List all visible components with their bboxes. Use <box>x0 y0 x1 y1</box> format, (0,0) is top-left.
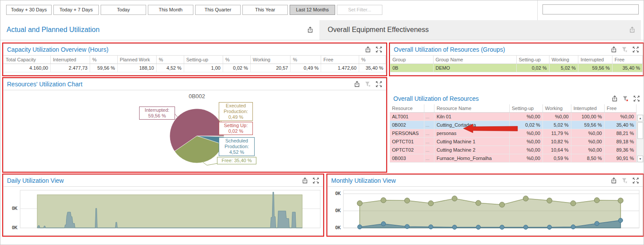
resource-row-0B003[interactable]: 0B003...Furnace_Horno_Fornalha%0,000,59 … <box>390 154 637 163</box>
capacity-values-row[interactable]: 4.160,002.477,7359,56 %188,104,52 %1,000… <box>4 64 386 72</box>
resource-row-PERSONAS[interactable]: PERSONAS...personas%0,0011,79 %%0,0088,2… <box>390 129 637 138</box>
maximize-icon[interactable] <box>633 95 640 102</box>
column-header[interactable]: % <box>90 56 117 64</box>
monthly-working-point[interactable] <box>429 225 433 229</box>
scroll-down-icon[interactable]: ▼ <box>637 156 643 162</box>
column-header[interactable]: Setting-up <box>184 56 223 64</box>
monthly-capacity-point[interactable] <box>547 198 552 203</box>
maximize-icon[interactable] <box>375 46 382 53</box>
monthly-working-point[interactable] <box>357 225 362 229</box>
column-header[interactable]: % <box>290 56 321 64</box>
toolbar-button-this-quarter[interactable]: This Quarter <box>195 5 241 15</box>
toolbar-button-this-month[interactable]: This Month <box>148 5 193 15</box>
pie-chart[interactable]: 0B002 Interrupted: 59,56 %Executed Produ… <box>4 90 386 172</box>
column-header[interactable]: Group Name <box>433 56 516 64</box>
monthly-capacity-point[interactable] <box>381 198 386 203</box>
column-header[interactable]: % <box>156 56 184 64</box>
column-header[interactable]: % <box>359 56 385 64</box>
column-header[interactable]: Planned Work <box>117 56 156 64</box>
monthly-capacity-point[interactable] <box>570 201 576 206</box>
column-header[interactable]: Working <box>542 104 571 113</box>
toolbar-button-set-filter[interactable]: Set Filter... <box>337 5 382 15</box>
daily-utilization-chart[interactable]: 0K0K <box>4 187 323 235</box>
monthly-utilization-chart[interactable]: 0K0K0K <box>328 187 643 235</box>
monthly-capacity-series[interactable] <box>360 199 620 228</box>
monthly-capacity-point[interactable] <box>476 200 481 206</box>
filter-clear-icon[interactable] <box>621 46 628 53</box>
date-range-dropdown[interactable] <box>542 4 639 14</box>
export-icon[interactable] <box>301 177 308 184</box>
toolbar-button-today[interactable]: Today <box>101 5 146 15</box>
resource-row-0B002[interactable]: 0B002...Cutting_Cortadora0,02 %5,02 %59,… <box>390 121 637 129</box>
toolbar-button-last-12-months[interactable]: Last 12 Months <box>290 5 335 15</box>
monthly-working-point[interactable] <box>500 225 504 229</box>
pie-chart-svg[interactable] <box>4 90 386 172</box>
export-icon[interactable] <box>364 46 371 53</box>
monthly-working-point[interactable] <box>476 225 480 229</box>
maximize-icon[interactable] <box>632 177 639 184</box>
filter-clear-icon[interactable] <box>621 177 628 184</box>
groups-table: GroupGroup NameSetting-upWorkingInterrup… <box>390 56 643 72</box>
export-icon[interactable] <box>610 177 617 184</box>
monthly-working-point[interactable] <box>452 225 457 229</box>
monthly-capacity-point[interactable] <box>452 196 457 201</box>
group-row-0B[interactable]: 0BDEMO0,02 %5,02 %59,56 %35,40 % <box>390 64 643 72</box>
column-header[interactable]: Resource Name <box>434 104 509 113</box>
column-header[interactable]: Resource <box>390 104 424 113</box>
monthly-working-point[interactable] <box>381 222 385 226</box>
vertical-scrollbar[interactable]: ▲ ▼ <box>637 114 644 163</box>
cell: 59,56 % <box>90 64 117 72</box>
monthly-capacity-point[interactable] <box>594 198 599 203</box>
monthly-capacity-point[interactable] <box>428 201 434 206</box>
daily-capacity-band[interactable] <box>37 195 302 228</box>
filter-clear-icon[interactable] <box>364 81 371 88</box>
export-icon[interactable] <box>629 26 636 33</box>
toolbar-button-this-year[interactable]: This Year <box>242 5 288 15</box>
column-header[interactable]: Interrupted <box>50 56 90 64</box>
column-header[interactable] <box>424 104 434 113</box>
cell: 88,21 % <box>604 129 636 138</box>
monthly-working-point[interactable] <box>547 225 552 229</box>
export-icon[interactable] <box>611 95 618 102</box>
column-header[interactable]: Interrupted <box>578 56 612 64</box>
column-header[interactable]: Free <box>604 104 636 113</box>
filter-clear-icon[interactable] <box>622 95 629 102</box>
toolbar-button-today-7-days[interactable]: Today + 7 Days <box>53 5 99 15</box>
monthly-capacity-point[interactable] <box>618 198 623 203</box>
maximize-icon[interactable] <box>632 46 639 53</box>
cell: 59,56 % <box>578 64 612 72</box>
scrollbar-thumb[interactable] <box>637 122 643 139</box>
column-header[interactable]: Working <box>549 56 578 64</box>
column-header[interactable]: Group <box>390 56 433 64</box>
column-header[interactable]: Interrupted <box>571 104 604 113</box>
monthly-capacity-point[interactable] <box>500 202 505 207</box>
export-icon[interactable] <box>307 26 314 33</box>
cell: 4,52 % <box>156 64 184 72</box>
export-icon[interactable] <box>354 81 360 88</box>
resource-row-OPTCT01[interactable]: OPTCT01...Cutting Machine 1%0,0010,82 %%… <box>390 138 637 146</box>
monthly-capacity-point[interactable] <box>357 201 362 206</box>
monthly-capacity-point[interactable] <box>405 198 410 203</box>
column-header[interactable]: Total Capacity <box>4 56 50 64</box>
monthly-working-point[interactable] <box>619 218 623 223</box>
monthly-working-point[interactable] <box>405 224 410 229</box>
column-header[interactable]: % <box>223 56 250 64</box>
export-icon[interactable] <box>610 46 617 53</box>
monthly-capacity-point[interactable] <box>523 196 528 201</box>
column-header[interactable]: Setting-up <box>509 104 542 113</box>
resource-row-ALT001[interactable]: ALT001...Kiln 01%0,00%0,00100,00 %%0,00 <box>390 113 637 121</box>
tab-actual-planned-utilization[interactable]: Actual and Planned Utilization <box>7 26 100 34</box>
monthly-working-point[interactable] <box>524 225 528 229</box>
monthly-working-point[interactable] <box>571 225 575 229</box>
column-header[interactable]: Free <box>612 56 642 64</box>
maximize-icon[interactable] <box>375 81 382 88</box>
resource-row-OPTCT02[interactable]: OPTCT02...Cutting Machine 2%0,0010,64 %%… <box>390 146 637 154</box>
column-header[interactable]: Setting-up <box>516 56 549 64</box>
column-header[interactable]: Free <box>321 56 359 64</box>
scroll-up-icon[interactable]: ▲ <box>637 115 643 121</box>
maximize-icon[interactable] <box>312 177 319 184</box>
toolbar-button-today-30-days[interactable]: Today + 30 Days <box>6 5 52 15</box>
tab-overall-equipment-effectiveness[interactable]: Overall Equipment Effectiveness <box>319 20 641 40</box>
monthly-working-point[interactable] <box>595 221 599 226</box>
column-header[interactable]: Working <box>250 56 290 64</box>
